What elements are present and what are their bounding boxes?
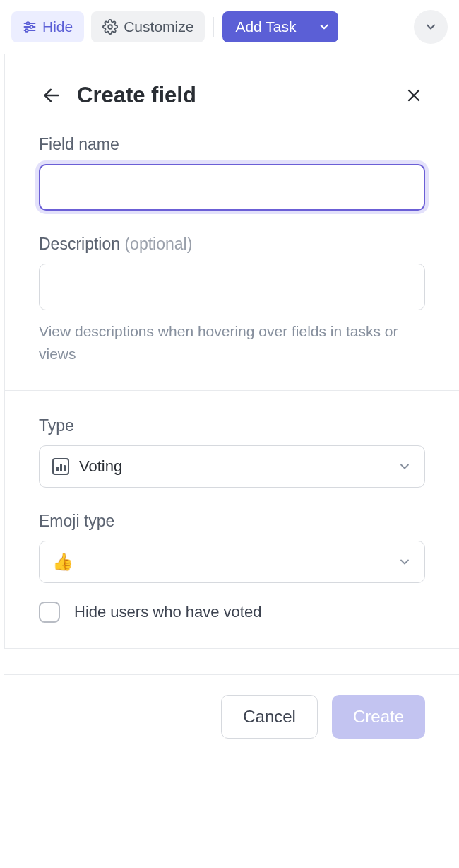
- customize-button[interactable]: Customize: [91, 11, 205, 42]
- close-icon: [405, 87, 422, 104]
- emoji-type-section: Emoji type 👍 Hide users who have voted: [39, 512, 425, 623]
- divider: [5, 648, 459, 649]
- customize-label: Customize: [124, 18, 193, 35]
- close-button[interactable]: [403, 84, 425, 107]
- emoji-type-select[interactable]: 👍: [39, 541, 425, 583]
- arrow-left-icon: [42, 86, 61, 105]
- svg-point-6: [108, 25, 112, 29]
- panel-footer: Cancel Create: [4, 674, 459, 758]
- field-name-section: Field name: [39, 135, 425, 211]
- create-field-panel: Create field Field name Description (opt…: [4, 54, 459, 649]
- divider: [5, 390, 459, 391]
- description-input[interactable]: [39, 264, 425, 310]
- hide-button[interactable]: Hide: [11, 11, 84, 42]
- svg-point-3: [30, 25, 33, 28]
- voting-icon: [52, 458, 69, 475]
- hide-voters-label: Hide users who have voted: [74, 603, 261, 621]
- type-value: Voting: [79, 457, 122, 476]
- type-section: Type Voting: [39, 416, 425, 488]
- more-options-button[interactable]: [414, 10, 448, 44]
- type-label: Type: [39, 416, 425, 435]
- gear-icon: [102, 19, 118, 35]
- type-select[interactable]: Voting: [39, 445, 425, 488]
- description-label: Description (optional): [39, 235, 425, 254]
- svg-point-5: [25, 29, 28, 32]
- chevron-down-icon: [424, 20, 438, 34]
- description-section: Description (optional) View descriptions…: [39, 235, 425, 365]
- back-button[interactable]: [39, 83, 64, 108]
- page-title: Create field: [77, 83, 196, 108]
- svg-point-1: [27, 22, 30, 25]
- add-task-button[interactable]: Add Task: [222, 11, 309, 42]
- add-task-label: Add Task: [235, 18, 296, 35]
- sliders-icon: [23, 20, 37, 34]
- separator: [213, 17, 214, 37]
- chevron-down-icon: [398, 555, 412, 569]
- hide-voters-row: Hide users who have voted: [39, 602, 425, 623]
- hide-label: Hide: [42, 18, 73, 35]
- chevron-down-icon: [318, 20, 330, 33]
- emoji-type-label: Emoji type: [39, 512, 425, 531]
- create-button[interactable]: Create: [332, 695, 425, 739]
- thumbs-up-icon: 👍: [52, 552, 73, 572]
- add-task-dropdown-button[interactable]: [309, 11, 338, 42]
- add-task-group: Add Task: [222, 11, 338, 42]
- field-name-input[interactable]: [39, 164, 425, 211]
- panel-header: Create field: [39, 83, 425, 108]
- field-name-label: Field name: [39, 135, 425, 154]
- optional-hint: (optional): [124, 235, 192, 253]
- hide-voters-checkbox[interactable]: [39, 602, 60, 623]
- toolbar: Hide Customize Add Task: [0, 0, 459, 54]
- cancel-button[interactable]: Cancel: [221, 695, 318, 739]
- chevron-down-icon: [398, 459, 412, 474]
- description-helper: View descriptions when hovering over fie…: [39, 320, 425, 365]
